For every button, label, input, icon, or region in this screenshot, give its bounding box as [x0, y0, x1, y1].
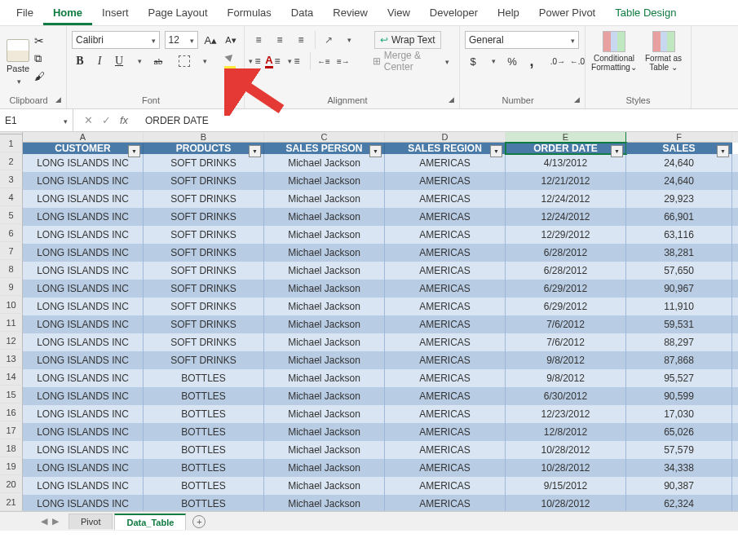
fill-color-button[interactable] — [222, 52, 238, 70]
align-left-icon[interactable] — [250, 52, 266, 70]
cell[interactable]: LONG ISLANDS INC — [23, 423, 144, 441]
font-launcher-icon[interactable]: ◢ — [233, 95, 239, 104]
row-header[interactable]: 16 — [0, 403, 23, 421]
cell[interactable]: AMERICAS — [385, 298, 506, 315]
filter-dropdown-icon[interactable]: ▼ — [128, 145, 140, 157]
row-header[interactable]: 11 — [0, 314, 23, 332]
bold-button[interactable]: B — [72, 52, 88, 70]
cell[interactable]: LONG ISLANDS INC — [23, 244, 144, 262]
cell[interactable]: 12/21/2012 — [506, 172, 626, 190]
cell[interactable]: SOFT DRINKS — [144, 351, 264, 369]
format-as-table-button[interactable]: Format as Table ⌄ — [641, 29, 686, 95]
cell[interactable]: 12/23/2012 — [506, 405, 626, 423]
row-header[interactable]: 3 — [0, 170, 23, 188]
column-header-B[interactable]: B — [144, 132, 264, 143]
align-launcher-icon[interactable]: ◢ — [449, 95, 454, 104]
cell[interactable]: SOFT DRINKS — [144, 190, 264, 208]
filter-dropdown-icon[interactable]: ▼ — [611, 145, 623, 157]
cell[interactable]: AMERICAS — [385, 351, 506, 369]
row-header[interactable]: 19 — [0, 457, 23, 475]
row-header[interactable]: 2 — [0, 152, 23, 170]
cell[interactable]: AMERICAS — [385, 280, 506, 298]
cell[interactable]: Michael Jackson — [264, 190, 385, 208]
cell[interactable]: Michael Jackson — [264, 369, 385, 387]
cell[interactable]: LONG ISLANDS INC — [23, 226, 144, 244]
row-header[interactable]: 17 — [0, 421, 23, 439]
cell[interactable]: 59,531 — [626, 315, 732, 333]
row-header[interactable]: 18 — [0, 439, 23, 457]
cell[interactable]: AMERICAS — [385, 369, 506, 387]
underline-more-icon[interactable] — [130, 52, 147, 70]
cell[interactable]: BOTTLES — [144, 495, 264, 511]
cell[interactable]: Michael Jackson — [264, 495, 385, 511]
cell[interactable]: 66,901 — [626, 208, 732, 226]
table-header-cell[interactable]: SALES REGION▼ — [385, 143, 506, 154]
cell[interactable]: 17,030 — [626, 405, 732, 423]
orient-more-icon[interactable] — [340, 31, 356, 49]
cell[interactable]: AMERICAS — [385, 154, 506, 172]
formula-content[interactable]: ORDER DATE — [139, 115, 215, 126]
clipboard-launcher-icon[interactable]: ◢ — [55, 95, 61, 104]
cell[interactable]: AMERICAS — [385, 405, 506, 423]
row-header[interactable]: 14 — [0, 368, 23, 386]
fx-icon[interactable]: fx — [117, 114, 130, 126]
cell[interactable]: 65,026 — [626, 423, 732, 441]
cell[interactable]: 12/8/2012 — [506, 423, 626, 441]
row-header[interactable]: 20 — [0, 475, 23, 493]
cell[interactable]: 6/28/2012 — [506, 244, 626, 262]
sheet-tab-data-table[interactable]: Data_Table — [114, 514, 186, 530]
cancel-icon[interactable]: ✕ — [82, 114, 95, 126]
table-header-cell[interactable]: SALES PERSON▼ — [264, 143, 385, 154]
tab-developer[interactable]: Developer — [420, 3, 488, 25]
borders-button[interactable] — [176, 52, 192, 70]
cell[interactable]: 6/29/2012 — [506, 298, 626, 315]
cell[interactable]: 87,868 — [626, 351, 732, 369]
enter-icon[interactable]: ✓ — [99, 114, 113, 126]
cell[interactable]: 63,116 — [626, 226, 732, 244]
tab-home[interactable]: Home — [43, 3, 92, 25]
cell[interactable]: LONG ISLANDS INC — [23, 333, 144, 351]
cell[interactable]: LONG ISLANDS INC — [23, 172, 144, 190]
cell[interactable]: AMERICAS — [385, 208, 506, 226]
cell[interactable]: LONG ISLANDS INC — [23, 154, 144, 172]
table-header-cell[interactable]: CUSTOMER▼ — [23, 143, 144, 154]
cell[interactable]: 6/30/2012 — [506, 387, 626, 405]
table-header-cell[interactable]: SALES▼ — [626, 143, 732, 154]
row-header[interactable]: 13 — [0, 350, 23, 368]
tab-powerpivot[interactable]: Power Pivot — [529, 3, 605, 25]
row-header[interactable]: 9 — [0, 278, 23, 296]
align-right-icon[interactable] — [289, 52, 305, 70]
align-middle-icon[interactable] — [271, 31, 289, 49]
cell[interactable]: LONG ISLANDS INC — [23, 441, 144, 459]
number-launcher-icon[interactable]: ◢ — [574, 95, 580, 104]
cell[interactable]: LONG ISLANDS INC — [23, 208, 144, 226]
cell[interactable]: AMERICAS — [385, 333, 506, 351]
cell[interactable]: 12/24/2012 — [506, 190, 626, 208]
table-header-cell[interactable]: ORDER DATE▼ — [506, 143, 626, 154]
cell[interactable]: 90,387 — [626, 477, 732, 495]
cell[interactable]: AMERICAS — [385, 423, 506, 441]
strikethrough-button[interactable]: ab — [150, 52, 166, 70]
column-header-C[interactable]: C — [264, 132, 385, 143]
cell[interactable]: LONG ISLANDS INC — [23, 459, 144, 477]
italic-button[interactable]: I — [91, 52, 108, 70]
cell[interactable]: AMERICAS — [385, 387, 506, 405]
filter-dropdown-icon[interactable]: ▼ — [490, 145, 502, 157]
cell[interactable]: AMERICAS — [385, 477, 506, 495]
cell[interactable]: SOFT DRINKS — [144, 333, 264, 351]
borders-more-icon[interactable] — [196, 52, 212, 70]
cell[interactable]: SOFT DRINKS — [144, 244, 264, 262]
cell[interactable]: Michael Jackson — [264, 477, 385, 495]
new-sheet-button[interactable]: + — [192, 515, 205, 528]
cell[interactable]: LONG ISLANDS INC — [23, 477, 144, 495]
column-header-D[interactable]: D — [385, 132, 506, 143]
tab-file[interactable]: File — [7, 3, 43, 25]
cell[interactable]: LONG ISLANDS INC — [23, 262, 144, 280]
cell[interactable]: BOTTLES — [144, 423, 264, 441]
decrease-indent-icon[interactable] — [316, 52, 332, 70]
cell[interactable]: 9/15/2012 — [506, 477, 626, 495]
cell[interactable]: SOFT DRINKS — [144, 315, 264, 333]
cell[interactable]: AMERICAS — [385, 244, 506, 262]
cell[interactable]: Michael Jackson — [264, 172, 385, 190]
cell[interactable]: Michael Jackson — [264, 154, 385, 172]
